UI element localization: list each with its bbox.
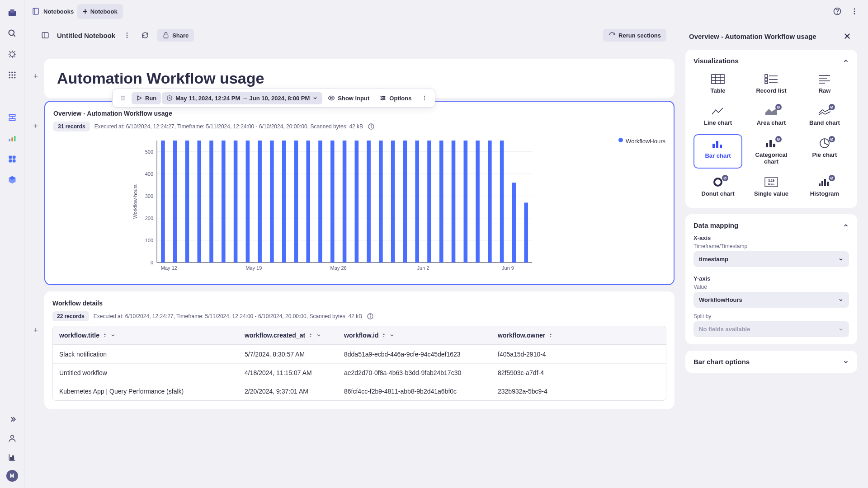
svg-rect-144 xyxy=(716,141,718,148)
options-button[interactable]: Options xyxy=(375,92,416,104)
close-icon[interactable] xyxy=(841,30,854,42)
expand-icon[interactable] xyxy=(6,413,19,426)
chevron-down-icon[interactable] xyxy=(843,359,849,365)
svg-rect-154 xyxy=(819,183,821,186)
column-header[interactable]: workflow.created_at xyxy=(238,326,338,344)
xaxis-label: X-axis xyxy=(693,235,849,241)
svg-point-2 xyxy=(9,30,14,36)
sort-icon xyxy=(548,333,553,338)
svg-rect-84 xyxy=(234,141,238,263)
yaxis-field-select[interactable]: WorkflowHours xyxy=(693,292,849,308)
svg-text:Jun 9: Jun 9 xyxy=(502,265,514,271)
notebook-title[interactable]: Untitled Notebook xyxy=(57,32,115,39)
show-input-button[interactable]: Show input xyxy=(323,92,374,104)
svg-text:Workflow-hours: Workflow-hours xyxy=(132,184,138,219)
table-row[interactable]: Slack notification 5/7/2024, 8:30:57 AM … xyxy=(53,345,666,363)
help-icon[interactable] xyxy=(831,5,844,18)
viz-categorical-chart[interactable]: ⊘Categorical chart xyxy=(747,134,796,169)
eye-icon xyxy=(328,94,335,102)
avatar[interactable]: M xyxy=(6,470,18,482)
share-label: Share xyxy=(172,32,189,39)
notebooks-link[interactable]: Notebooks xyxy=(32,7,74,15)
more-icon[interactable] xyxy=(848,5,861,18)
svg-rect-104 xyxy=(476,141,480,263)
analytics-icon[interactable] xyxy=(6,132,19,145)
svg-point-38 xyxy=(127,33,128,34)
svg-rect-28 xyxy=(12,456,14,460)
cube-icon[interactable] xyxy=(6,174,19,186)
viz-band-chart[interactable]: ⊘Band chart xyxy=(800,102,849,130)
viz-record-list[interactable]: Record list xyxy=(747,70,796,98)
search-icon[interactable] xyxy=(6,27,19,40)
disabled-badge-icon: ⊘ xyxy=(775,136,782,142)
viz-table[interactable]: Table xyxy=(693,70,742,98)
svg-point-54 xyxy=(381,96,382,97)
svg-text:200: 200 xyxy=(145,216,153,221)
sync-icon[interactable] xyxy=(139,29,151,42)
svg-point-57 xyxy=(424,96,425,97)
sidebar-toggle-icon[interactable] xyxy=(39,29,52,42)
info-icon[interactable] xyxy=(367,313,374,320)
viz-pie-chart[interactable]: ⊘Pie chart xyxy=(800,134,849,169)
viz-bar-chart[interactable]: Bar chart xyxy=(693,134,742,169)
run-label: Run xyxy=(145,95,156,102)
grid-icon[interactable] xyxy=(6,153,19,165)
account-icon[interactable] xyxy=(6,432,19,445)
svg-rect-36 xyxy=(42,33,48,38)
table-row[interactable]: Kubernetes App | Query Performance (sfal… xyxy=(53,382,666,400)
viz-line-chart[interactable]: Line chart xyxy=(693,102,742,130)
svg-rect-89 xyxy=(294,141,298,263)
svg-rect-103 xyxy=(464,141,468,263)
viz-raw[interactable]: Raw xyxy=(800,70,849,98)
lock-icon xyxy=(162,32,170,39)
split-field-select[interactable]: No fields available xyxy=(693,321,849,337)
svg-point-13 xyxy=(14,77,15,78)
chevron-up-icon[interactable] xyxy=(843,222,849,229)
workflow-icon[interactable] xyxy=(6,111,19,124)
add-section-button[interactable]: + xyxy=(31,121,41,131)
svg-rect-82 xyxy=(209,141,213,263)
viz-single-value[interactable]: 3.19Mbit/sSingle value xyxy=(747,173,796,201)
side-panel: Overview - Automation Workflow usage Vis… xyxy=(681,23,862,482)
new-notebook-button[interactable]: + Notebook xyxy=(77,4,123,19)
section-more-icon[interactable] xyxy=(417,92,432,104)
svg-rect-157 xyxy=(827,182,829,186)
svg-point-24 xyxy=(10,435,14,438)
rerun-button[interactable]: Rerun sections xyxy=(603,29,666,42)
sort-icon xyxy=(308,333,313,338)
svg-text:300: 300 xyxy=(145,193,153,199)
chart-icon[interactable] xyxy=(6,451,19,464)
column-header[interactable]: workflow.id xyxy=(338,326,491,344)
svg-point-150 xyxy=(714,178,722,186)
drag-handle-icon[interactable] xyxy=(115,92,131,104)
options-label: Options xyxy=(389,95,411,102)
overview-section[interactable]: Overview - Automation Workflow usage 31 … xyxy=(44,101,675,285)
add-section-button[interactable]: + xyxy=(31,325,41,335)
svg-rect-41 xyxy=(164,35,168,38)
info-icon[interactable] xyxy=(368,123,375,130)
viz-donut-chart[interactable]: ⊘Donut chart xyxy=(693,173,742,201)
column-header[interactable]: workflow.title xyxy=(53,326,238,344)
disabled-badge-icon: ⊘ xyxy=(722,175,728,181)
xaxis-field-select[interactable]: timestamp xyxy=(693,251,849,267)
viz-area-chart[interactable]: ⊘Area chart xyxy=(747,102,796,130)
page-title[interactable]: Automation Workflow usage xyxy=(57,70,662,87)
svg-rect-19 xyxy=(14,136,15,141)
bug-icon[interactable] xyxy=(6,48,19,61)
viz-histogram[interactable]: ⊘Histogram xyxy=(800,173,849,201)
svg-text:Jun 2: Jun 2 xyxy=(417,265,429,271)
svg-point-35 xyxy=(854,13,855,14)
svg-rect-15 xyxy=(9,119,15,121)
run-button[interactable]: Run xyxy=(132,92,161,104)
svg-rect-134 xyxy=(765,78,768,81)
table-row[interactable]: Untitled workflow 4/18/2024, 11:15:07 AM… xyxy=(53,363,666,382)
brand-icon[interactable] xyxy=(6,6,19,19)
apps-icon[interactable] xyxy=(6,69,19,81)
nb-more-icon[interactable] xyxy=(121,29,133,42)
share-button[interactable]: Share xyxy=(157,29,194,42)
yaxis-sublabel: Value xyxy=(693,284,849,290)
chevron-up-icon[interactable] xyxy=(843,58,849,64)
add-section-button[interactable]: + xyxy=(31,71,41,81)
column-header[interactable]: workflow.owner xyxy=(491,326,666,344)
timerange-picker[interactable]: May 11, 2024, 12:24 PM → Jun 10, 2024, 8… xyxy=(162,92,322,104)
